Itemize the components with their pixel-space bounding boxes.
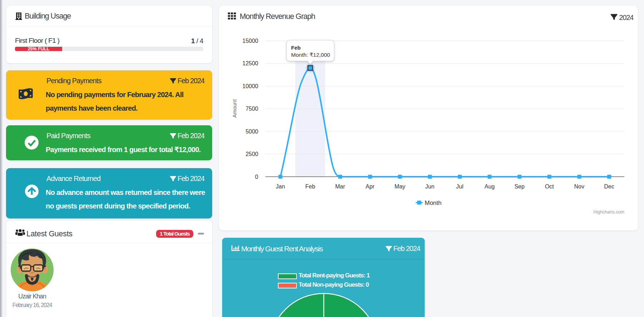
svg-text:Sep: Sep xyxy=(514,183,525,190)
svg-text:Mar: Mar xyxy=(335,183,345,190)
svg-text:2500: 2500 xyxy=(245,151,258,157)
svg-text:Jun: Jun xyxy=(425,183,435,190)
svg-text:5000: 5000 xyxy=(245,129,258,135)
svg-text:Oct: Oct xyxy=(545,183,554,190)
svg-text:Dec: Dec xyxy=(604,183,614,190)
svg-text:12500: 12500 xyxy=(243,60,259,66)
svg-text:Jan: Jan xyxy=(276,183,285,190)
svg-text:0: 0 xyxy=(255,174,258,180)
svg-text:May: May xyxy=(395,183,405,190)
svg-text:Highcharts.com: Highcharts.com xyxy=(593,210,624,215)
svg-text:Month: Month xyxy=(425,200,441,206)
svg-text:Month: ₹12,000: Month: ₹12,000 xyxy=(291,52,330,58)
svg-text:10000: 10000 xyxy=(243,83,259,89)
svg-text:Nov: Nov xyxy=(574,183,584,190)
svg-text:15000: 15000 xyxy=(243,38,259,44)
svg-text:Aug: Aug xyxy=(484,183,494,190)
svg-text:7500: 7500 xyxy=(245,106,258,112)
svg-text:Apr: Apr xyxy=(366,183,375,190)
svg-text:Jul: Jul xyxy=(456,183,463,190)
svg-text:Feb: Feb xyxy=(291,45,301,51)
svg-text:Amount: Amount xyxy=(231,99,238,118)
svg-text:Feb: Feb xyxy=(305,183,315,190)
